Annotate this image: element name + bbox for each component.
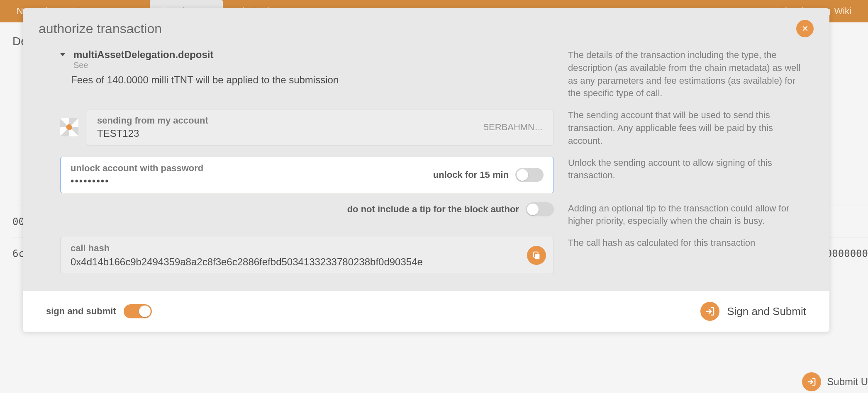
sign-in-icon xyxy=(700,302,719,321)
unlock-15min-label: unlock for 15 min xyxy=(433,170,509,180)
call-see: See xyxy=(73,61,213,70)
authorize-transaction-modal: authorize transaction ✕ multiAssetDelega… xyxy=(23,8,829,332)
account-desc: The sending account that will be used to… xyxy=(568,109,805,147)
sign-submit-toggle[interactable] xyxy=(124,304,152,318)
copy-icon xyxy=(532,251,541,260)
sign-and-submit-label: Sign and Submit xyxy=(727,305,806,318)
fees-line: Fees of 140.0000 milli tTNT will be appl… xyxy=(71,74,554,86)
account-label: sending from my account xyxy=(97,115,484,126)
account-identicon xyxy=(60,118,78,136)
account-address-short: 5ERBAHMN… xyxy=(484,122,544,133)
password-desc: Unlock the sending account to allow sign… xyxy=(568,157,805,182)
account-name: TEST123 xyxy=(97,128,484,139)
bg-submit-label: Submit U xyxy=(827,376,868,388)
password-value: ••••••••• xyxy=(71,175,421,187)
call-desc: The details of the transaction including… xyxy=(568,49,805,100)
modal-footer: sign and submit Sign and Submit xyxy=(23,291,829,332)
close-icon: ✕ xyxy=(802,24,809,34)
tip-label: do not include a tip for the block autho… xyxy=(347,204,519,215)
password-label: unlock account with password xyxy=(71,163,421,174)
call-summary[interactable]: multiAssetDelegation.deposit See xyxy=(60,49,554,70)
bg-row-right: 0000000 xyxy=(826,248,868,260)
call-hash-label: call hash xyxy=(71,243,516,254)
chevron-down-icon xyxy=(60,53,65,56)
close-button[interactable]: ✕ xyxy=(796,20,814,37)
unlock-15min-toggle[interactable] xyxy=(515,168,544,182)
modal-title: authorize transaction xyxy=(39,21,162,36)
call-hash-desc: The call hash as calculated for this tra… xyxy=(568,237,805,250)
tip-desc: Adding an optional tip to the transactio… xyxy=(568,202,805,228)
svg-rect-1 xyxy=(535,254,539,260)
copy-call-hash-button[interactable] xyxy=(527,246,546,265)
sign-in-icon xyxy=(802,372,821,391)
bg-submit-button[interactable]: Submit U xyxy=(802,372,868,391)
call-name: multiAssetDelegation.deposit xyxy=(73,49,213,61)
password-field[interactable]: unlock account with password ••••••••• u… xyxy=(60,157,554,193)
call-hash-value: 0x4d14b166c9b2494359a8a2c8f3e6c2886fefbd… xyxy=(71,256,516,268)
tip-toggle[interactable] xyxy=(526,202,554,216)
sign-submit-toggle-label: sign and submit xyxy=(46,306,116,317)
call-hash-box: call hash 0x4d14b166c9b2494359a8a2c8f3e6… xyxy=(60,237,554,274)
account-selector[interactable]: sending from my account TEST123 5ERBAHMN… xyxy=(87,109,554,146)
nav-label: Wiki xyxy=(834,6,851,17)
modal-header: authorize transaction ✕ xyxy=(23,8,829,45)
sign-and-submit-button[interactable]: Sign and Submit xyxy=(700,302,806,321)
